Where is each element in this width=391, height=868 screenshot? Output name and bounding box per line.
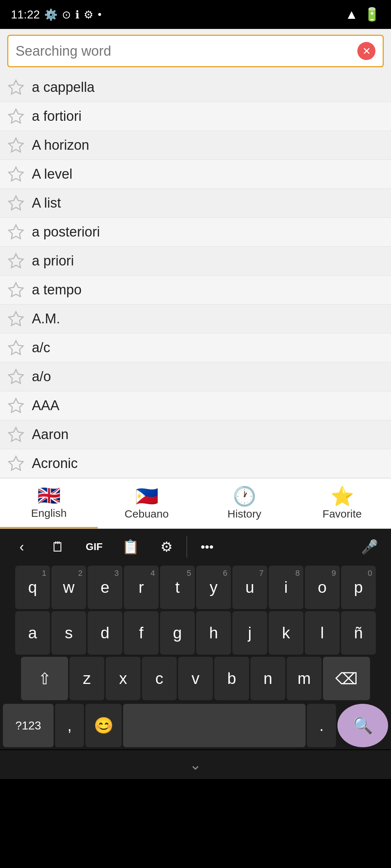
keyboard: 1q 2w 3e 4r 5t 6y 7u 8i 9o 0p a s d f g … [0,565,391,749]
shift-key[interactable]: ⇧ [21,657,68,700]
svg-marker-4 [9,196,23,210]
word-text: A level [32,166,72,182]
svg-marker-11 [9,399,23,412]
key-c[interactable]: c [142,657,177,700]
key-u[interactable]: 7u [232,566,267,609]
list-item[interactable]: A horizon [0,131,391,160]
list-item[interactable]: A.M. [0,305,391,333]
numeric-key[interactable]: ?123 [3,704,54,747]
favorite-tab-label: Favorite [323,508,362,520]
battery-icon: 🔋 [364,7,380,22]
key-t[interactable]: 5t [160,566,195,609]
more-button[interactable]: ••• [189,532,225,561]
word-list: a cappella a fortiori A horizon A level … [0,73,391,478]
search-icon: 🔍 [353,716,373,735]
key-g[interactable]: g [160,611,195,655]
list-item[interactable]: a/c [0,333,391,362]
key-a[interactable]: a [15,611,50,655]
search-key[interactable]: 🔍 [337,704,388,747]
word-text: a tempo [32,282,81,298]
word-text: a/c [32,340,50,356]
back-button[interactable]: ‹ [4,532,40,561]
key-v[interactable]: v [178,657,213,700]
tab-favorite[interactable]: ⭐Favorite [293,478,391,528]
svg-marker-2 [9,138,23,152]
space-key[interactable] [123,704,306,747]
key-n-tilde[interactable]: ñ [341,611,376,655]
key-row-2: a s d f g h j k l ñ [0,610,391,655]
settings-icon: ⚙️ [44,8,58,21]
list-item[interactable]: A level [0,160,391,189]
list-item[interactable]: a posteriori [0,218,391,247]
key-row-3: ⇧ z x c v b n m ⌫ [0,656,391,701]
list-item[interactable]: Aaron [0,420,391,449]
gear-icon: ⚙ [160,539,173,555]
key-k[interactable]: k [269,611,303,655]
list-item[interactable]: a/o [0,362,391,391]
key-n[interactable]: n [251,657,285,700]
wifi-icon: ▲ [345,7,358,22]
key-x[interactable]: x [106,657,140,700]
key-i[interactable]: 8i [269,566,303,609]
list-item[interactable]: a cappella [0,73,391,102]
key-p[interactable]: 0p [341,566,376,609]
key-s[interactable]: s [51,611,86,655]
word-text: Aaron [32,427,68,442]
key-l[interactable]: l [305,611,340,655]
key-d[interactable]: d [88,611,122,655]
key-f[interactable]: f [124,611,159,655]
clipboard-button[interactable]: 📋 [112,532,148,561]
cebuano-tab-label: Cebuano [125,508,169,520]
microphone-button[interactable]: 🎤 [351,532,387,561]
search-clear-button[interactable]: ✕ [357,42,375,60]
circle-icon: ⊙ [62,8,71,21]
tab-english[interactable]: 🇬🇧English [0,478,98,528]
list-item[interactable]: a priori [0,247,391,276]
tab-cebuano[interactable]: 🇵🇭Cebuano [98,478,196,528]
close-icon: ✕ [362,45,371,57]
key-r[interactable]: 4r [124,566,159,609]
status-bar: 11:22 ⚙️ ⊙ ℹ ⚙ • ▲ 🔋 [0,0,391,29]
list-item[interactable]: A list [0,189,391,218]
system-icon: ⚙ [84,8,93,21]
svg-marker-5 [9,225,23,239]
svg-marker-7 [9,283,23,297]
word-text: a fortiori [32,109,81,124]
info-icon: ℹ [75,8,79,21]
search-bar: ✕ [7,35,384,67]
svg-marker-10 [9,370,23,383]
history-tab-label: History [227,508,261,520]
settings-button[interactable]: ⚙ [148,532,185,561]
tab-history[interactable]: 🕐History [196,478,293,528]
svg-marker-8 [9,312,23,326]
tab-bar: 🇬🇧English🇵🇭Cebuano🕐History⭐Favorite [0,478,391,529]
delete-key[interactable]: ⌫ [323,657,370,700]
gif-button[interactable]: GIF [76,532,112,561]
emoji-key[interactable]: 😊 [85,704,122,747]
list-item[interactable]: AAA [0,391,391,420]
word-text: Acronic [32,456,78,471]
search-input[interactable] [16,43,357,59]
key-y[interactable]: 6y [196,566,231,609]
key-e[interactable]: 3e [88,566,122,609]
list-item[interactable]: Acronic [0,449,391,478]
period-key[interactable]: . [307,704,336,747]
list-item[interactable]: a fortiori [0,102,391,131]
list-item[interactable]: a tempo [0,276,391,305]
svg-marker-0 [9,80,23,94]
key-w[interactable]: 2w [51,566,86,609]
key-m[interactable]: m [287,657,321,700]
key-h[interactable]: h [196,611,231,655]
key-b[interactable]: b [214,657,249,700]
sticker-button[interactable]: 🗒 [40,532,76,561]
key-q[interactable]: 1q [15,566,50,609]
key-j[interactable]: j [232,611,267,655]
key-z[interactable]: z [70,657,104,700]
comma-key[interactable]: , [55,704,84,747]
favorite-tab-icon: ⭐ [331,487,354,506]
svg-marker-6 [9,254,23,268]
word-text: a cappella [32,80,94,95]
sticker-icon: 🗒 [51,539,65,555]
key-o[interactable]: 9o [305,566,340,609]
word-text: A horizon [32,137,89,153]
